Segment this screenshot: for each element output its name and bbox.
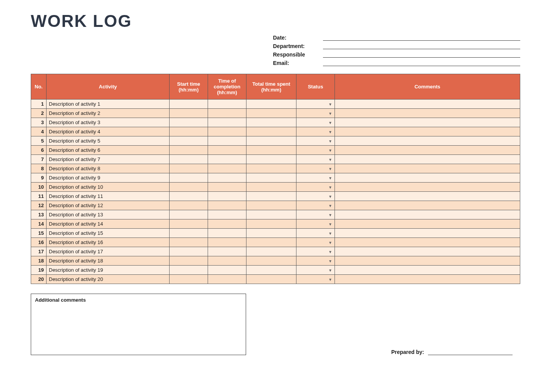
cell-completion-time[interactable]	[208, 136, 246, 146]
cell-comments[interactable]	[335, 127, 520, 136]
cell-status-dropdown[interactable]: ▼	[296, 201, 335, 210]
cell-comments[interactable]	[335, 210, 520, 219]
cell-activity[interactable]: Description of activity 13	[47, 210, 170, 219]
cell-start-time[interactable]	[170, 229, 208, 238]
cell-comments[interactable]	[335, 256, 520, 266]
cell-comments[interactable]	[335, 192, 520, 201]
cell-total-time[interactable]	[246, 173, 296, 183]
cell-start-time[interactable]	[170, 238, 208, 247]
cell-total-time[interactable]	[246, 229, 296, 238]
cell-activity[interactable]: Description of activity 14	[47, 219, 170, 229]
cell-comments[interactable]	[335, 247, 520, 256]
cell-status-dropdown[interactable]: ▼	[296, 247, 335, 256]
cell-completion-time[interactable]	[208, 266, 246, 275]
cell-completion-time[interactable]	[208, 155, 246, 164]
cell-status-dropdown[interactable]: ▼	[296, 229, 335, 238]
cell-comments[interactable]	[335, 109, 520, 118]
cell-total-time[interactable]	[246, 155, 296, 164]
date-input-line[interactable]	[323, 35, 520, 41]
cell-total-time[interactable]	[246, 127, 296, 136]
cell-completion-time[interactable]	[208, 201, 246, 210]
cell-start-time[interactable]	[170, 275, 208, 284]
cell-activity[interactable]: Description of activity 5	[47, 136, 170, 146]
cell-activity[interactable]: Description of activity 20	[47, 275, 170, 284]
cell-activity[interactable]: Description of activity 17	[47, 247, 170, 256]
cell-status-dropdown[interactable]: ▼	[296, 275, 335, 284]
cell-activity[interactable]: Description of activity 3	[47, 118, 170, 127]
cell-activity[interactable]: Description of activity 16	[47, 238, 170, 247]
cell-comments[interactable]	[335, 275, 520, 284]
cell-total-time[interactable]	[246, 275, 296, 284]
department-input-line[interactable]	[323, 43, 520, 49]
cell-total-time[interactable]	[246, 238, 296, 247]
cell-completion-time[interactable]	[208, 100, 246, 109]
cell-completion-time[interactable]	[208, 238, 246, 247]
cell-start-time[interactable]	[170, 192, 208, 201]
cell-completion-time[interactable]	[208, 109, 246, 118]
cell-status-dropdown[interactable]: ▼	[296, 192, 335, 201]
email-input-line[interactable]	[323, 60, 520, 66]
cell-status-dropdown[interactable]: ▼	[296, 155, 335, 164]
cell-activity[interactable]: Description of activity 11	[47, 192, 170, 201]
cell-total-time[interactable]	[246, 100, 296, 109]
cell-completion-time[interactable]	[208, 192, 246, 201]
cell-total-time[interactable]	[246, 136, 296, 146]
cell-completion-time[interactable]	[208, 247, 246, 256]
cell-start-time[interactable]	[170, 173, 208, 183]
cell-completion-time[interactable]	[208, 256, 246, 266]
cell-comments[interactable]	[335, 136, 520, 146]
cell-total-time[interactable]	[246, 256, 296, 266]
additional-comments-box[interactable]: Additional comments	[31, 294, 246, 355]
cell-activity[interactable]: Description of activity 7	[47, 155, 170, 164]
cell-total-time[interactable]	[246, 118, 296, 127]
cell-completion-time[interactable]	[208, 118, 246, 127]
cell-total-time[interactable]	[246, 219, 296, 229]
cell-total-time[interactable]	[246, 201, 296, 210]
cell-activity[interactable]: Description of activity 9	[47, 173, 170, 183]
cell-start-time[interactable]	[170, 109, 208, 118]
cell-status-dropdown[interactable]: ▼	[296, 210, 335, 219]
cell-status-dropdown[interactable]: ▼	[296, 219, 335, 229]
cell-completion-time[interactable]	[208, 127, 246, 136]
cell-start-time[interactable]	[170, 136, 208, 146]
cell-total-time[interactable]	[246, 247, 296, 256]
cell-completion-time[interactable]	[208, 210, 246, 219]
cell-completion-time[interactable]	[208, 219, 246, 229]
cell-total-time[interactable]	[246, 266, 296, 275]
cell-comments[interactable]	[335, 201, 520, 210]
cell-activity[interactable]: Description of activity 12	[47, 201, 170, 210]
cell-activity[interactable]: Description of activity 6	[47, 146, 170, 155]
cell-completion-time[interactable]	[208, 275, 246, 284]
cell-comments[interactable]	[335, 155, 520, 164]
cell-start-time[interactable]	[170, 146, 208, 155]
cell-comments[interactable]	[335, 100, 520, 109]
cell-status-dropdown[interactable]: ▼	[296, 127, 335, 136]
cell-total-time[interactable]	[246, 164, 296, 173]
cell-activity[interactable]: Description of activity 19	[47, 266, 170, 275]
cell-status-dropdown[interactable]: ▼	[296, 183, 335, 192]
cell-comments[interactable]	[335, 238, 520, 247]
cell-total-time[interactable]	[246, 210, 296, 219]
cell-activity[interactable]: Description of activity 8	[47, 164, 170, 173]
cell-start-time[interactable]	[170, 155, 208, 164]
cell-status-dropdown[interactable]: ▼	[296, 256, 335, 266]
cell-status-dropdown[interactable]: ▼	[296, 173, 335, 183]
cell-completion-time[interactable]	[208, 146, 246, 155]
prepared-by-input-line[interactable]	[428, 350, 513, 355]
cell-comments[interactable]	[335, 173, 520, 183]
cell-activity[interactable]: Description of activity 1	[47, 100, 170, 109]
cell-start-time[interactable]	[170, 183, 208, 192]
cell-comments[interactable]	[335, 229, 520, 238]
cell-completion-time[interactable]	[208, 183, 246, 192]
cell-status-dropdown[interactable]: ▼	[296, 118, 335, 127]
cell-completion-time[interactable]	[208, 173, 246, 183]
cell-total-time[interactable]	[246, 183, 296, 192]
cell-status-dropdown[interactable]: ▼	[296, 136, 335, 146]
cell-start-time[interactable]	[170, 210, 208, 219]
cell-start-time[interactable]	[170, 118, 208, 127]
cell-activity[interactable]: Description of activity 4	[47, 127, 170, 136]
cell-completion-time[interactable]	[208, 229, 246, 238]
cell-status-dropdown[interactable]: ▼	[296, 100, 335, 109]
cell-start-time[interactable]	[170, 164, 208, 173]
responsible-input-line[interactable]	[323, 51, 520, 58]
